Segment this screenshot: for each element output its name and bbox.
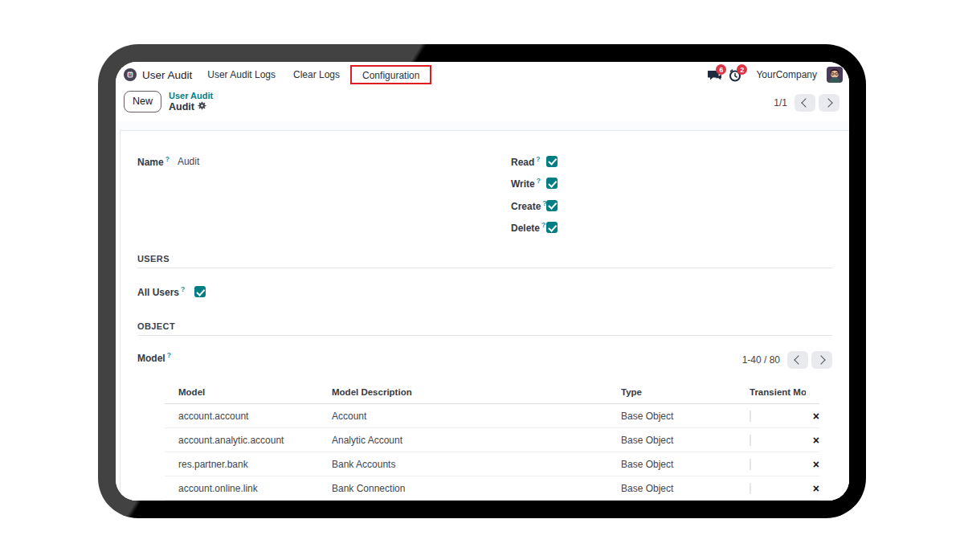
- remove-row-icon[interactable]: ×: [806, 411, 819, 422]
- record-pager: 1/1: [774, 94, 839, 112]
- messages-badge: 6: [716, 64, 726, 75]
- form-sheet: Name? Audit Read? Write?: [120, 130, 849, 501]
- remove-row-icon[interactable]: ×: [806, 435, 819, 446]
- create-label: Create?: [511, 199, 546, 212]
- menu-clear-logs[interactable]: Clear Logs: [284, 67, 349, 83]
- model-table-body: account.account Account Base Object × ac…: [165, 404, 819, 501]
- app-icon[interactable]: [124, 68, 137, 81]
- transient-checkbox: [750, 411, 751, 422]
- create-checkbox[interactable]: [546, 200, 558, 211]
- all-users-checkbox[interactable]: [194, 286, 206, 297]
- read-label: Read?: [511, 155, 546, 168]
- name-field-row: Name? Audit: [137, 150, 494, 172]
- breadcrumb-current: Audit: [169, 101, 213, 113]
- cell-model: account.analytic.account: [165, 435, 332, 446]
- cell-description: Analytic Account: [332, 435, 621, 446]
- model-pager-next-button[interactable]: [811, 351, 832, 369]
- write-field-row: Write?: [511, 173, 558, 195]
- pager-previous-button[interactable]: [794, 94, 815, 112]
- systray: 6 2 YourCompany: [708, 67, 843, 83]
- cell-model: account.account: [165, 411, 332, 422]
- remove-row-icon[interactable]: ×: [806, 459, 819, 470]
- permissions-group: Read? Write? Create? Delete?: [511, 150, 558, 239]
- activities-badge: 2: [737, 64, 747, 75]
- table-row[interactable]: account.online.link Bank Connection Base…: [165, 476, 819, 501]
- users-section-header: USERS: [137, 254, 832, 268]
- all-users-label: All Users?: [137, 285, 185, 298]
- write-label: Write?: [511, 177, 546, 190]
- table-row[interactable]: account.analytic.account Analytic Accoun…: [165, 428, 819, 452]
- cell-description: Bank Connection: [332, 483, 621, 494]
- cell-model: account.online.link: [165, 483, 332, 494]
- breadcrumb: User Audit Audit: [169, 91, 213, 113]
- navbar: User Audit User Audit Logs Clear Logs Co…: [116, 62, 849, 86]
- cell-description: Bank Accounts: [332, 459, 621, 470]
- remove-row-icon[interactable]: ×: [806, 483, 819, 494]
- transient-checkbox: [750, 483, 751, 494]
- model-pager-previous-button[interactable]: [787, 351, 808, 369]
- read-field-row: Read?: [511, 150, 558, 173]
- menu-user-audit-logs[interactable]: User Audit Logs: [198, 67, 284, 83]
- activities-icon[interactable]: 2: [729, 67, 745, 82]
- transient-checkbox: [750, 459, 751, 470]
- chevron-right-icon: [816, 355, 825, 364]
- create-field-row: Create?: [511, 194, 558, 217]
- cell-type: Base Object: [621, 435, 750, 446]
- chevron-left-icon: [801, 98, 810, 107]
- delete-checkbox[interactable]: [546, 222, 558, 233]
- cell-type: Base Object: [621, 459, 750, 470]
- name-label: Name?: [137, 155, 170, 168]
- column-header-model[interactable]: Model: [165, 387, 332, 397]
- user-avatar[interactable]: [827, 67, 843, 83]
- record-pager-value[interactable]: 1/1: [774, 97, 787, 108]
- device-frame: User Audit User Audit Logs Clear Logs Co…: [98, 44, 866, 518]
- highlight-box: Configuration: [350, 65, 431, 84]
- form-view: Name? Audit Read? Write?: [116, 121, 849, 501]
- menu-configuration[interactable]: Configuration: [353, 67, 428, 84]
- gear-icon[interactable]: [198, 101, 206, 113]
- breadcrumb-parent-link[interactable]: User Audit: [169, 91, 213, 101]
- cell-type: Base Object: [621, 483, 750, 494]
- app-screen: User Audit User Audit Logs Clear Logs Co…: [116, 62, 849, 501]
- cell-model: res.partner.bank: [165, 459, 332, 470]
- all-users-field-row: All Users?: [137, 284, 832, 300]
- model-pager: 1-40 / 80: [742, 351, 832, 369]
- column-header-description[interactable]: Model Description: [332, 387, 621, 397]
- cell-description: Account: [332, 411, 621, 422]
- delete-field-row: Delete?: [511, 217, 558, 239]
- chevron-left-icon: [794, 355, 803, 364]
- write-checkbox[interactable]: [546, 178, 558, 189]
- model-table-header: Model Model Description Type Transient M…: [165, 383, 819, 404]
- new-button[interactable]: New: [124, 91, 161, 112]
- transient-checkbox: [750, 435, 751, 446]
- cell-type: Base Object: [621, 411, 750, 422]
- table-row[interactable]: res.partner.bank Bank Accounts Base Obje…: [165, 452, 819, 476]
- read-checkbox[interactable]: [546, 156, 558, 167]
- column-header-transient[interactable]: Transient Mo...: [750, 387, 806, 397]
- pager-next-button[interactable]: [819, 94, 839, 112]
- help-marker: ?: [165, 155, 170, 163]
- name-input[interactable]: Audit: [178, 156, 199, 167]
- chevron-right-icon: [823, 98, 832, 107]
- control-panel: New User Audit Audit: [116, 86, 849, 121]
- model-table: Model Model Description Type Transient M…: [165, 383, 819, 501]
- model-field-row: Model? 1-40 / 80: [137, 351, 832, 369]
- model-pager-value[interactable]: 1-40 / 80: [742, 354, 780, 366]
- messages-icon[interactable]: 6: [708, 67, 724, 82]
- object-section-header: OBJECT: [137, 321, 832, 336]
- company-switcher[interactable]: YourCompany: [756, 69, 817, 80]
- model-label: Model?: [137, 351, 171, 364]
- delete-label: Delete?: [511, 221, 546, 234]
- column-header-type[interactable]: Type: [621, 387, 750, 397]
- app-title[interactable]: User Audit: [142, 69, 192, 81]
- table-row[interactable]: account.account Account Base Object ×: [165, 404, 819, 428]
